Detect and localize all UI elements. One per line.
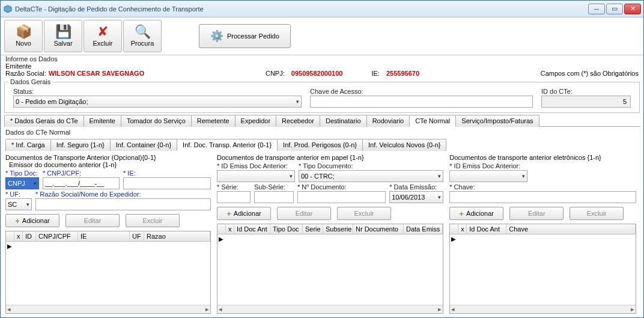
id-emiss-select3[interactable] bbox=[449, 170, 527, 182]
novo-label: Novo bbox=[16, 40, 31, 47]
uf-select[interactable] bbox=[5, 198, 32, 210]
processar-button[interactable]: ⚙️Processar Pedido bbox=[199, 24, 291, 48]
col-header[interactable]: Data Emiss bbox=[404, 224, 443, 234]
col2-edit-button[interactable]: Editar bbox=[277, 207, 331, 220]
col-header[interactable]: IE bbox=[78, 231, 130, 241]
col-header[interactable]: ID bbox=[23, 231, 36, 241]
col-header[interactable]: Subserie bbox=[323, 224, 353, 234]
main-tab-4[interactable]: Expedidor bbox=[235, 115, 277, 127]
sub-tab-3[interactable]: Inf. Doc. Transp. Anterior {0-1} bbox=[177, 139, 278, 151]
col-header[interactable]: Chave bbox=[506, 224, 636, 234]
chave3-input[interactable] bbox=[449, 191, 636, 203]
toolbar: 📦Novo 💾Salvar ✘Excluir 🔍Procura ⚙️Proces… bbox=[1, 17, 643, 55]
main-tab-9[interactable]: Serviço/Imposto/Faturas bbox=[455, 115, 539, 127]
main-tab-3[interactable]: Remetente bbox=[191, 115, 235, 127]
cnpj-cpf-input[interactable] bbox=[43, 177, 120, 189]
col3-add-button[interactable]: +Adicionar bbox=[449, 207, 503, 220]
sub-tab-5[interactable]: Inf. Veículos Novos {0-n} bbox=[362, 139, 446, 151]
main-tab-6[interactable]: Destinatario bbox=[320, 115, 367, 127]
col-header[interactable]: Nr Documento bbox=[353, 224, 404, 234]
excluir-button[interactable]: ✘Excluir bbox=[84, 20, 122, 52]
num-doc-input[interactable] bbox=[297, 191, 386, 203]
salvar-button[interactable]: 💾Salvar bbox=[44, 20, 82, 52]
col-header[interactable]: Id Doc Ant bbox=[467, 224, 506, 234]
salvar-label: Salvar bbox=[53, 40, 72, 47]
tipo-doc2-select[interactable] bbox=[299, 170, 443, 182]
scrollbar[interactable]: ◂▸ bbox=[217, 305, 443, 313]
col1-edit-button[interactable]: Editar bbox=[65, 214, 120, 227]
col3-grid[interactable]: xId Doc AntChave ▶ ◂▸ bbox=[449, 224, 636, 314]
sub-tab-0[interactable]: * Inf. Carga bbox=[5, 139, 51, 151]
id-emiss-label2: * ID Emiss Doc Anterior: bbox=[217, 162, 295, 170]
col3-del-button[interactable]: Excluir bbox=[570, 207, 624, 220]
dados-gerais-fieldset: Dados Gerais Status: Chave de Acesso: ID… bbox=[4, 78, 640, 113]
scrollbar[interactable]: ◂▸ bbox=[6, 305, 210, 313]
sub-tab-2[interactable]: Inf. Container {0-n} bbox=[110, 139, 177, 151]
col-header[interactable]: Serie bbox=[303, 224, 323, 234]
razao-exped-input[interactable] bbox=[35, 198, 211, 210]
search-icon: 🔍 bbox=[135, 25, 151, 38]
cnpj-label: CNPJ: bbox=[266, 70, 285, 77]
col1-del-button[interactable]: Excluir bbox=[126, 214, 180, 227]
excluir-label: Excluir bbox=[93, 40, 112, 47]
num-doc-label: * Nº Documento: bbox=[297, 183, 386, 191]
minimize-button[interactable]: ─ bbox=[588, 4, 605, 14]
col2-del-button[interactable]: Excluir bbox=[337, 207, 391, 220]
status-select[interactable] bbox=[13, 96, 302, 108]
main-tab-5[interactable]: Recebedor bbox=[276, 115, 320, 127]
col-header[interactable]: Tipo Doc bbox=[270, 224, 303, 234]
col1-grid[interactable]: xIDCNPJ/CPFIEUFRazao ▶ ◂▸ bbox=[5, 231, 211, 314]
emitente-label: Emitente bbox=[1, 63, 643, 70]
col-header[interactable]: Razao bbox=[144, 231, 210, 241]
procura-button[interactable]: 🔍Procura bbox=[123, 20, 162, 52]
chave-input[interactable] bbox=[310, 96, 533, 108]
uf-label: * UF: bbox=[5, 191, 32, 198]
col-header[interactable]: UF bbox=[130, 231, 144, 241]
tipo-doc-select[interactable] bbox=[5, 177, 39, 189]
ie-field-label: * IE: bbox=[123, 170, 211, 177]
col1-title: Documentos de Transporte Anterior (Opcio… bbox=[5, 154, 211, 161]
sub-tab-4[interactable]: Inf. Prod. Perigosos {0-n} bbox=[277, 139, 363, 151]
col3-title: Documentos de transporte anterior eletrô… bbox=[449, 154, 636, 161]
col-header[interactable]: x bbox=[14, 231, 23, 241]
row-marker-icon: ▶ bbox=[451, 236, 456, 242]
main-tab-8[interactable]: CTe Normal bbox=[409, 115, 456, 127]
main-tab-7[interactable]: Rodoviario bbox=[366, 115, 410, 127]
col-header[interactable]: Id Doc Ant bbox=[234, 224, 270, 234]
novo-button[interactable]: 📦Novo bbox=[4, 20, 43, 52]
svg-marker-0 bbox=[4, 5, 11, 13]
ie-value: 255595670 bbox=[386, 70, 419, 77]
ie-input[interactable] bbox=[123, 177, 211, 189]
sub-tab-1[interactable]: Inf. Seguro {1-n} bbox=[50, 139, 111, 151]
razao-exped-label: * Razão Social/Nome do Expedidor: bbox=[35, 191, 211, 198]
delete-x-icon: ✘ bbox=[97, 25, 108, 38]
col-header[interactable]: CNPJ/CPF bbox=[36, 231, 78, 241]
status-label: Status: bbox=[13, 88, 302, 95]
app-icon bbox=[3, 4, 13, 14]
col1-add-button[interactable]: +Adicionar bbox=[5, 214, 59, 227]
data-emiss-input[interactable] bbox=[389, 191, 443, 203]
serie-input[interactable] bbox=[217, 191, 251, 203]
col-header[interactable]: x bbox=[226, 224, 234, 234]
col2-add-button[interactable]: +Adicionar bbox=[217, 207, 271, 220]
dados-gerais-legend: Dados Gerais bbox=[8, 78, 52, 85]
titlebar: DeltaCTe - Digitação de Pedido de Conhec… bbox=[1, 1, 643, 17]
col2-grid[interactable]: xId Doc AntTipo DocSerieSubserieNr Docum… bbox=[217, 224, 443, 314]
ie-label: IE: bbox=[371, 70, 379, 77]
main-tab-1[interactable]: Emitente bbox=[84, 115, 121, 127]
id-emiss-select2[interactable] bbox=[217, 170, 295, 182]
gear-icon: ⚙️ bbox=[210, 29, 223, 43]
main-tab-2[interactable]: Tomador do Serviço bbox=[121, 115, 192, 127]
close-button[interactable]: ✕ bbox=[624, 4, 641, 14]
panel-doc-eletronico: Documentos de transporte anterior eletrô… bbox=[449, 153, 639, 316]
scrollbar[interactable]: ◂▸ bbox=[450, 305, 636, 313]
chave3-label: * Chave: bbox=[449, 183, 636, 191]
box-open-icon: 📦 bbox=[16, 25, 32, 38]
maximize-button[interactable]: ▭ bbox=[606, 4, 623, 14]
tipo-doc2-label: * Tipo Documento: bbox=[299, 162, 443, 170]
subserie-input[interactable] bbox=[254, 191, 294, 203]
main-tabs: * Dados Gerais do CTeEmitenteTomador do … bbox=[4, 114, 640, 127]
col3-edit-button[interactable]: Editar bbox=[509, 207, 564, 220]
main-tab-0[interactable]: * Dados Gerais do CTe bbox=[4, 115, 84, 127]
col-header[interactable]: x bbox=[458, 224, 467, 234]
